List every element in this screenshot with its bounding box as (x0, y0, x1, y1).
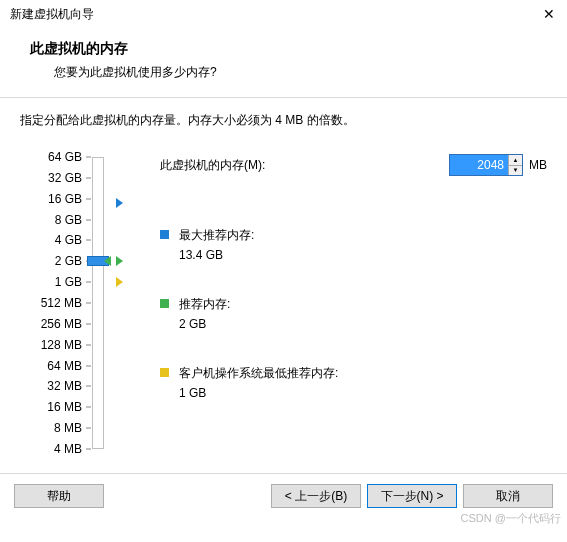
slider-label: 8 MB (20, 421, 82, 435)
slider-tick (86, 407, 91, 408)
min-marker-icon (116, 277, 123, 287)
memory-spinner[interactable]: ▲ ▼ (449, 154, 523, 176)
spinner-up-button[interactable]: ▲ (509, 155, 522, 166)
slider-tick (86, 303, 91, 304)
slider-tick (86, 177, 91, 178)
slider-label: 128 MB (20, 338, 82, 352)
min-color-swatch-icon (160, 368, 169, 377)
slider-tick (86, 428, 91, 429)
instruction-text: 指定分配给此虚拟机的内存量。内存大小必须为 4 MB 的倍数。 (20, 112, 547, 129)
min-recommendation: 客户机操作系统最低推荐内存: 1 GB (160, 365, 547, 400)
titlebar: 新建虚拟机向导 ✕ (0, 0, 567, 28)
slider-tick (86, 157, 91, 158)
wizard-header: 此虚拟机的内存 您要为此虚拟机使用多少内存? (0, 28, 567, 95)
memory-unit: MB (529, 158, 547, 172)
close-button[interactable]: ✕ (539, 4, 559, 24)
slider-label: 8 GB (20, 213, 82, 227)
slider-label: 1 GB (20, 275, 82, 289)
slider-tick (86, 198, 91, 199)
slider-tick (86, 386, 91, 387)
slider-tick (86, 323, 91, 324)
slider-label: 64 MB (20, 359, 82, 373)
slider-tick (86, 282, 91, 283)
max-color-swatch-icon (160, 230, 169, 239)
footer: 帮助 < 上一步(B) 下一步(N) > 取消 (0, 474, 567, 518)
slider-label: 32 GB (20, 171, 82, 185)
slider-label: 64 GB (20, 150, 82, 164)
max-rec-value: 13.4 GB (179, 248, 254, 262)
page-title: 此虚拟机的内存 (30, 40, 537, 58)
spinner-down-button[interactable]: ▼ (509, 166, 522, 176)
min-rec-value: 1 GB (179, 386, 338, 400)
close-icon: ✕ (543, 6, 555, 22)
min-rec-label: 客户机操作系统最低推荐内存: (179, 365, 338, 382)
max-rec-label: 最大推荐内存: (179, 227, 254, 244)
slider-label: 4 GB (20, 233, 82, 247)
next-button[interactable]: 下一步(N) > (367, 484, 457, 508)
cancel-button[interactable]: 取消 (463, 484, 553, 508)
help-button[interactable]: 帮助 (14, 484, 104, 508)
max-marker-icon (116, 198, 123, 208)
slider-label: 16 MB (20, 400, 82, 414)
rec-rec-label: 推荐内存: (179, 296, 230, 313)
page-subtitle: 您要为此虚拟机使用多少内存? (54, 64, 537, 81)
slider-label: 32 MB (20, 379, 82, 393)
slider-label: 2 GB (20, 254, 82, 268)
rec-marker-left-icon (104, 256, 111, 266)
slider-tick (86, 449, 91, 450)
slider-label: 4 MB (20, 442, 82, 456)
slider-label: 256 MB (20, 317, 82, 331)
slider-labels: 64 GB32 GB16 GB8 GB4 GB2 GB1 GB512 MB256… (20, 153, 82, 463)
memory-field-label: 此虚拟机的内存(M): (160, 157, 265, 174)
rec-marker-right-icon (116, 256, 123, 266)
slider-label: 16 GB (20, 192, 82, 206)
back-button[interactable]: < 上一步(B) (271, 484, 361, 508)
slider-tick (86, 240, 91, 241)
slider-tick (86, 365, 91, 366)
content-area: 指定分配给此虚拟机的内存量。内存大小必须为 4 MB 的倍数。 64 GB32 … (0, 98, 567, 473)
rec-recommendation: 推荐内存: 2 GB (160, 296, 547, 331)
slider-tick (86, 344, 91, 345)
window-title: 新建虚拟机向导 (10, 6, 94, 23)
info-column: 此虚拟机的内存(M): ▲ ▼ MB 最大推荐内存: 13. (130, 153, 547, 463)
max-recommendation: 最大推荐内存: 13.4 GB (160, 227, 547, 262)
slider-label: 512 MB (20, 296, 82, 310)
rec-color-swatch-icon (160, 299, 169, 308)
slider-track[interactable] (92, 157, 104, 449)
slider-tick (86, 219, 91, 220)
rec-rec-value: 2 GB (179, 317, 230, 331)
memory-slider[interactable]: 64 GB32 GB16 GB8 GB4 GB2 GB1 GB512 MB256… (20, 153, 130, 463)
memory-input[interactable] (450, 155, 508, 175)
